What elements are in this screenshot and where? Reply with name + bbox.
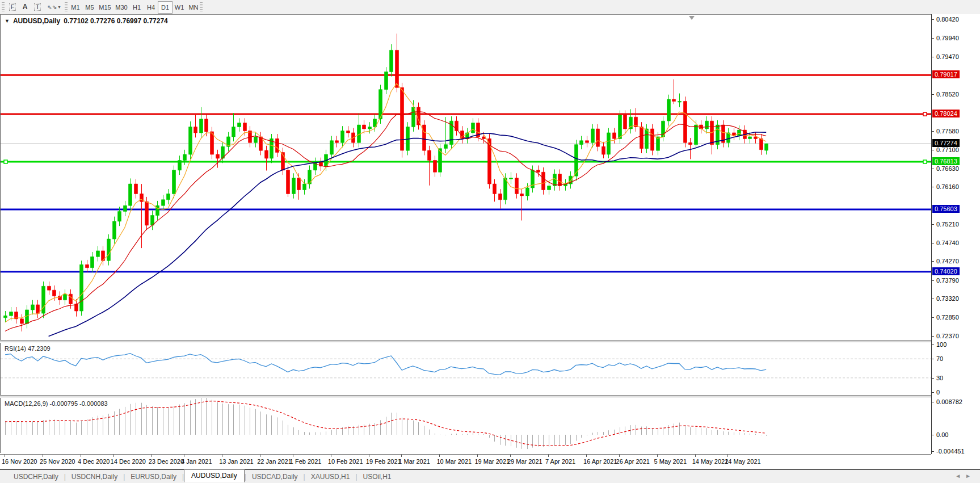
fibonacci-tool-icon[interactable]: F bbox=[7, 2, 18, 12]
symbol-period-label: AUDUSD,Daily bbox=[13, 17, 60, 25]
toolbar-grip[interactable] bbox=[2, 2, 5, 12]
date-label: 4 Dec 2020 bbox=[78, 458, 110, 465]
date-label: 16 Apr 2021 bbox=[583, 458, 617, 465]
price-tick bbox=[932, 224, 934, 225]
macd-tick-label: 0.00 bbox=[936, 431, 948, 438]
chart-tab-usdcad[interactable]: USDCAD,Daily bbox=[246, 472, 304, 482]
bear-candle-wicks bbox=[16, 33, 762, 331]
timeframe-button-h4[interactable]: H4 bbox=[144, 1, 158, 14]
date-tick bbox=[439, 455, 440, 457]
macd-tick bbox=[932, 451, 934, 452]
price-tick-label: 0.79470 bbox=[936, 53, 959, 60]
price-tick-label: 0.73320 bbox=[936, 295, 959, 302]
timeframe-button-w1[interactable]: W1 bbox=[172, 1, 187, 14]
date-tick bbox=[113, 455, 114, 457]
timeframe-button-m15[interactable]: M15 bbox=[96, 1, 113, 14]
price-tick bbox=[932, 299, 934, 299]
price-axis[interactable]: 0.804200.799400.794700.785200.775800.771… bbox=[931, 14, 980, 454]
date-tick bbox=[727, 455, 728, 457]
date-tick bbox=[184, 455, 184, 457]
price-tick-label: 0.75210 bbox=[936, 221, 959, 228]
price-tick-label: 0.76630 bbox=[936, 165, 959, 172]
date-tick bbox=[657, 455, 658, 457]
price-tick bbox=[932, 38, 934, 39]
timeframe-button-d1[interactable]: D1 bbox=[158, 1, 173, 14]
chevron-down-icon[interactable]: ▼ bbox=[5, 18, 10, 24]
price-tick-label: 0.72850 bbox=[936, 314, 959, 321]
toolbar-separator bbox=[65, 2, 68, 12]
date-tick bbox=[477, 455, 478, 457]
ohlc-readout: 0.77102 0.77276 0.76997 0.77274 bbox=[64, 17, 168, 25]
toolbar: F A T ⇖⇘ ▾ M1M5M15M30H1H4D1W1MN bbox=[0, 0, 980, 15]
arrows-tool-icon[interactable]: ⇖⇘ ▾ bbox=[45, 2, 62, 12]
level-badge-0.76813: 0.76813 bbox=[932, 157, 960, 165]
panel-splitter-2[interactable] bbox=[0, 395, 980, 397]
rsi-tick bbox=[932, 345, 934, 345]
level-handle-left bbox=[4, 160, 7, 163]
text-label-tool-icon[interactable]: T bbox=[32, 2, 43, 12]
price-tick-label: 0.78520 bbox=[936, 91, 959, 98]
price-tick-label: 0.80420 bbox=[936, 16, 959, 23]
macd-plot bbox=[1, 398, 932, 453]
candlestick-chart[interactable] bbox=[1, 15, 932, 341]
price-chart-panel[interactable]: ▼ AUDUSD,Daily 0.77102 0.77276 0.76997 0… bbox=[0, 14, 932, 341]
chart-shift-marker bbox=[689, 16, 695, 20]
level-badge-0.74020: 0.74020 bbox=[932, 267, 960, 275]
timeframe-button-m5[interactable]: M5 bbox=[82, 1, 97, 14]
rsi-plot bbox=[1, 343, 932, 396]
timeframe-button-mn[interactable]: MN bbox=[186, 1, 201, 14]
macd-label: MACD(12,26,9) -0.000795 -0.000083 bbox=[5, 400, 108, 407]
level-badge-0.79017: 0.79017 bbox=[932, 70, 960, 78]
price-tick bbox=[932, 169, 934, 169]
rsi-tick-label: 30 bbox=[936, 375, 943, 381]
price-tick bbox=[932, 57, 934, 57]
price-tick-label: 0.76160 bbox=[936, 183, 959, 190]
date-label: 16 Nov 2020 bbox=[2, 458, 37, 465]
rsi-tick-label: 0 bbox=[936, 389, 940, 396]
date-label: 25 Nov 2020 bbox=[40, 458, 75, 465]
moving-average-5 bbox=[5, 83, 766, 322]
timeframe-button-m30[interactable]: M30 bbox=[113, 1, 130, 14]
chart-tab-bar: USDCHF,Daily|USDCNH,Daily|EURUSD,Daily|A… bbox=[0, 469, 980, 483]
date-tick bbox=[331, 455, 331, 457]
chart-tab-usdcnh[interactable]: USDCNH,Daily bbox=[66, 472, 123, 482]
date-tick bbox=[152, 455, 152, 457]
rsi-tick bbox=[932, 378, 934, 379]
level-handle bbox=[923, 160, 927, 163]
date-axis[interactable]: 16 Nov 202025 Nov 20204 Dec 202014 Dec 2… bbox=[0, 454, 931, 469]
moving-average-34 bbox=[49, 132, 767, 337]
tab-scroll-left-icon[interactable]: ◄ bbox=[955, 473, 965, 479]
date-label: 22 Jan 2021 bbox=[257, 458, 292, 465]
price-tick bbox=[932, 243, 934, 243]
price-tick-label: 0.73790 bbox=[936, 277, 959, 284]
date-tick bbox=[81, 455, 81, 457]
date-label: 5 May 2021 bbox=[654, 458, 687, 465]
rsi-panel[interactable]: RSI(14) 47.2309 bbox=[0, 343, 932, 396]
date-tick bbox=[695, 455, 696, 457]
rsi-tick-label: 70 bbox=[936, 355, 943, 362]
panel-splitter[interactable] bbox=[0, 340, 980, 342]
text-tool-icon[interactable]: A bbox=[20, 2, 30, 12]
price-tick bbox=[932, 131, 934, 132]
chart-tab-eurusd[interactable]: EURUSD,Daily bbox=[125, 472, 182, 482]
date-label: 7 Apr 2021 bbox=[545, 458, 575, 465]
chart-title: ▼ AUDUSD,Daily 0.77102 0.77276 0.76997 0… bbox=[5, 17, 168, 25]
level-badge-0.78024: 0.78024 bbox=[932, 110, 960, 117]
chart-tab-usdchf[interactable]: USDCHF,Daily bbox=[8, 472, 64, 482]
chart-tab-audusd[interactable]: AUDUSD,Daily bbox=[184, 469, 245, 482]
rsi-label: RSI(14) 47.2309 bbox=[5, 345, 51, 352]
date-tick bbox=[401, 455, 402, 457]
date-label: 23 Dec 2020 bbox=[149, 458, 184, 465]
timeframe-button-m1[interactable]: M1 bbox=[68, 1, 83, 14]
price-tick bbox=[932, 336, 934, 337]
price-tick bbox=[932, 317, 934, 318]
date-tick bbox=[43, 455, 43, 457]
tab-scroll-right-icon[interactable]: ► bbox=[965, 473, 975, 479]
macd-panel[interactable]: MACD(12,26,9) -0.000795 -0.000083 bbox=[0, 398, 932, 453]
chart-tab-usoil[interactable]: USOil,H1 bbox=[357, 472, 397, 482]
date-tick bbox=[548, 455, 549, 457]
chart-tab-xauusd[interactable]: XAUUSD,H1 bbox=[305, 472, 356, 482]
timeframe-button-h1[interactable]: H1 bbox=[129, 1, 144, 14]
rsi-line bbox=[5, 354, 766, 375]
date-label: 19 Feb 2021 bbox=[366, 458, 401, 465]
